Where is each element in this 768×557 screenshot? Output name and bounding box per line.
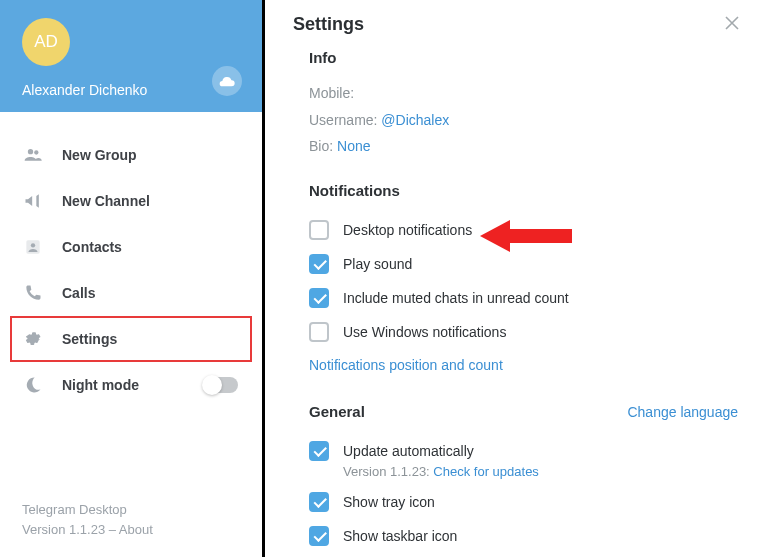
change-language-link[interactable]: Change language	[627, 404, 738, 420]
about-link[interactable]: About	[119, 522, 153, 537]
checkbox[interactable]	[309, 492, 329, 512]
check-taskbar-icon[interactable]: Show taskbar icon	[309, 519, 738, 553]
svg-point-3	[31, 243, 35, 247]
gear-icon	[22, 328, 44, 350]
menu-label: New Group	[62, 147, 137, 163]
person-icon	[22, 236, 44, 258]
row-bio: Bio: None	[309, 133, 738, 160]
checkbox[interactable]	[309, 322, 329, 342]
menu-label: Contacts	[62, 239, 122, 255]
check-muted-unread[interactable]: Include muted chats in unread count	[309, 281, 738, 315]
checkbox[interactable]	[309, 441, 329, 461]
info-heading: Info	[309, 49, 738, 66]
notifications-heading: Notifications	[309, 182, 738, 199]
menu-label: New Channel	[62, 193, 150, 209]
settings-panel: Settings Info Mobile: Username: @Dichale…	[265, 0, 768, 557]
avatar[interactable]: AD	[22, 18, 70, 66]
check-label: Show tray icon	[343, 494, 435, 510]
check-update-auto[interactable]: Update automatically	[309, 434, 738, 468]
sidebar-menu: New Group New Channel Contacts Calls Set…	[0, 112, 262, 490]
menu-label: Night mode	[62, 377, 139, 393]
menu-night-mode[interactable]: Night mode	[10, 362, 252, 408]
menu-label: Settings	[62, 331, 117, 347]
menu-label: Calls	[62, 285, 95, 301]
settings-scroll[interactable]: Info Mobile: Username: @Dichalex Bio: No…	[265, 49, 768, 557]
cloud-button[interactable]	[212, 66, 242, 96]
check-label: Include muted chats in unread count	[343, 290, 569, 306]
sidebar-username: Alexander Dichenko	[22, 82, 240, 98]
row-username: Username: @Dichalex	[309, 107, 738, 134]
menu-settings[interactable]: Settings	[10, 316, 252, 362]
notifications-position-link-row: Notifications position and count	[309, 349, 738, 381]
sidebar-header: AD Alexander Dichenko	[0, 0, 262, 112]
svg-point-1	[34, 150, 38, 154]
check-label: Update automatically	[343, 443, 474, 459]
section-general: General Change language Update automatic…	[309, 403, 738, 553]
check-label: Show taskbar icon	[343, 528, 457, 544]
menu-new-group[interactable]: New Group	[10, 132, 252, 178]
general-heading: General Change language	[309, 403, 738, 420]
section-notifications: Notifications Desktop notifications Play…	[309, 182, 738, 381]
bullhorn-icon	[22, 190, 44, 212]
checkbox[interactable]	[309, 526, 329, 546]
notifications-position-link[interactable]: Notifications position and count	[309, 357, 503, 373]
app-version: Version 1.1.23 –	[22, 522, 119, 537]
section-info: Info Mobile: Username: @Dichalex Bio: No…	[309, 49, 738, 160]
group-icon	[22, 144, 44, 166]
menu-contacts[interactable]: Contacts	[10, 224, 252, 270]
close-button[interactable]	[724, 15, 740, 35]
check-windows-notifications[interactable]: Use Windows notifications	[309, 315, 738, 349]
phone-icon	[22, 282, 44, 304]
settings-title: Settings	[293, 14, 364, 35]
check-tray-icon[interactable]: Show tray icon	[309, 485, 738, 519]
svg-point-0	[28, 149, 33, 154]
close-icon	[724, 15, 740, 31]
settings-header: Settings	[265, 0, 768, 49]
username-link[interactable]: @Dichalex	[381, 112, 449, 128]
bio-link[interactable]: None	[337, 138, 370, 154]
app-name: Telegram Desktop	[22, 500, 240, 520]
check-label: Desktop notifications	[343, 222, 472, 238]
menu-new-channel[interactable]: New Channel	[10, 178, 252, 224]
night-mode-toggle[interactable]	[204, 377, 238, 393]
check-desktop-notifications[interactable]: Desktop notifications	[309, 213, 738, 247]
checkbox[interactable]	[309, 254, 329, 274]
sidebar-footer: Telegram Desktop Version 1.1.23 – About	[0, 490, 262, 557]
check-label: Play sound	[343, 256, 412, 272]
checkbox[interactable]	[309, 288, 329, 308]
row-mobile: Mobile:	[309, 80, 738, 107]
cloud-icon	[219, 75, 235, 87]
check-play-sound[interactable]: Play sound	[309, 247, 738, 281]
checkbox[interactable]	[309, 220, 329, 240]
moon-icon	[22, 374, 44, 396]
sidebar: AD Alexander Dichenko New Group New Chan…	[0, 0, 265, 557]
menu-calls[interactable]: Calls	[10, 270, 252, 316]
check-label: Use Windows notifications	[343, 324, 506, 340]
